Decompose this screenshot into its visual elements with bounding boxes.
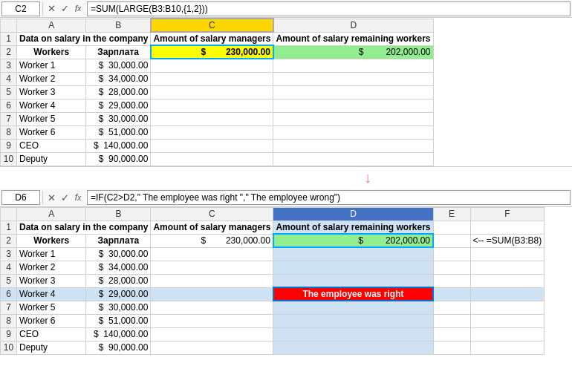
cell-b-c10[interactable] <box>151 341 273 354</box>
cell-c10[interactable] <box>151 152 273 166</box>
cell-d1[interactable]: Amount of salary remaining workers <box>273 32 433 45</box>
cell-b-c4[interactable] <box>151 261 273 274</box>
fx-icon[interactable]: fx <box>72 3 84 15</box>
cell-b-e5[interactable] <box>433 274 470 287</box>
cell-c6[interactable] <box>151 99 273 112</box>
confirm-icon-bottom[interactable]: ✓ <box>59 192 71 203</box>
cell-a6[interactable]: Worker 4 <box>17 99 86 112</box>
cell-b-e8[interactable] <box>433 314 470 327</box>
cell-b-d1[interactable]: Amount of salary remaining workers <box>273 220 433 234</box>
cell-d9[interactable] <box>273 139 433 152</box>
cell-ref-input-top[interactable] <box>1 1 40 16</box>
cell-b3[interactable]: $ 30,000.00 <box>86 59 151 72</box>
cell-b-d3[interactable] <box>273 247 433 261</box>
cell-b-d5[interactable] <box>273 274 433 287</box>
cell-b-a6[interactable]: Worker 4 <box>17 287 86 301</box>
cell-b-c2[interactable]: $ 230,000.00 <box>151 234 273 247</box>
cell-b-f3[interactable] <box>470 247 545 261</box>
cell-b-c1[interactable]: Amount of salary managers <box>151 220 273 234</box>
cell-b-a7[interactable]: Worker 5 <box>17 301 86 314</box>
cell-c2[interactable]: $ 230,000.00 <box>151 45 273 59</box>
confirm-icon[interactable]: ✓ <box>59 3 71 15</box>
cell-b8[interactable]: $ 51,000.00 <box>86 125 151 139</box>
cell-b-d9[interactable] <box>273 327 433 341</box>
cell-b-b2[interactable]: Зарплата <box>86 234 151 247</box>
cell-b-d7[interactable] <box>273 301 433 314</box>
cell-b-f1[interactable] <box>470 220 545 234</box>
formula-input-top[interactable] <box>87 1 571 16</box>
col-header-d[interactable]: D <box>273 19 433 32</box>
cell-b-e7[interactable] <box>433 301 470 314</box>
cell-b5[interactable]: $ 28,000.00 <box>86 85 151 99</box>
cell-b2[interactable]: Зарплата <box>86 45 151 59</box>
cell-a1[interactable]: Data on salary in the company <box>17 32 151 45</box>
cell-b-b4[interactable]: $ 34,000.00 <box>86 261 151 274</box>
cell-b-b8[interactable]: $ 51,000.00 <box>86 314 151 327</box>
col-header-c-b[interactable]: C <box>151 207 273 220</box>
cell-c1[interactable]: Amount of salary managers <box>151 32 273 45</box>
cell-b-f9[interactable] <box>470 327 545 341</box>
cell-b-b6[interactable]: $ 29,000.00 <box>86 287 151 301</box>
cell-b-c8[interactable] <box>151 314 273 327</box>
cell-a8[interactable]: Worker 6 <box>17 125 86 139</box>
col-header-e-b[interactable]: E <box>433 207 470 220</box>
cell-b6[interactable]: $ 29,000.00 <box>86 99 151 112</box>
col-header-b[interactable]: B <box>86 19 151 32</box>
cell-a5[interactable]: Worker 3 <box>17 85 86 99</box>
fx-icon-bottom[interactable]: fx <box>72 192 84 203</box>
cell-b-d4[interactable] <box>273 261 433 274</box>
cell-b-a8[interactable]: Worker 6 <box>17 314 86 327</box>
cell-b-a3[interactable]: Worker 1 <box>17 247 86 261</box>
cell-c5[interactable] <box>151 85 273 99</box>
cancel-icon[interactable]: ✕ <box>45 3 57 15</box>
cell-b-b9[interactable]: $ 140,000.00 <box>86 327 151 341</box>
cell-b-c6[interactable] <box>151 287 273 301</box>
cell-d3[interactable] <box>273 59 433 72</box>
cell-b-e4[interactable] <box>433 261 470 274</box>
cell-b-c7[interactable] <box>151 301 273 314</box>
cell-b-a4[interactable]: Worker 2 <box>17 261 86 274</box>
cell-b-f4[interactable] <box>470 261 545 274</box>
cell-b-e1[interactable] <box>433 220 470 234</box>
cancel-icon-bottom[interactable]: ✕ <box>45 192 57 203</box>
cell-b-e9[interactable] <box>433 327 470 341</box>
cell-b-a1[interactable]: Data on salary in the company <box>17 220 151 234</box>
cell-c4[interactable] <box>151 72 273 85</box>
cell-b-c3[interactable] <box>151 247 273 261</box>
cell-a7[interactable]: Worker 5 <box>17 112 86 125</box>
cell-b-b7[interactable]: $ 30,000.00 <box>86 301 151 314</box>
cell-b9[interactable]: $ 140,000.00 <box>86 139 151 152</box>
cell-b-e10[interactable] <box>433 341 470 354</box>
cell-a3[interactable]: Worker 1 <box>17 59 86 72</box>
cell-b-e2[interactable] <box>433 234 470 247</box>
cell-b-a9[interactable]: CEO <box>17 327 86 341</box>
col-header-c[interactable]: C <box>151 19 273 32</box>
cell-b-e6[interactable] <box>433 287 470 301</box>
cell-b-d2[interactable]: $ 202,000.00 <box>273 234 433 247</box>
cell-b4[interactable]: $ 34,000.00 <box>86 72 151 85</box>
cell-a10[interactable]: Deputy <box>17 152 86 166</box>
cell-d6[interactable] <box>273 99 433 112</box>
cell-b-d6[interactable]: The employee was right <box>273 287 433 301</box>
cell-b-a2[interactable]: Workers <box>17 234 86 247</box>
cell-b-c9[interactable] <box>151 327 273 341</box>
cell-b-f5[interactable] <box>470 274 545 287</box>
cell-d2[interactable]: $ 202,000.00 <box>273 45 433 59</box>
cell-b-f10[interactable] <box>470 341 545 354</box>
cell-b-b10[interactable]: $ 90,000.00 <box>86 341 151 354</box>
cell-a4[interactable]: Worker 2 <box>17 72 86 85</box>
col-header-b-b[interactable]: B <box>86 207 151 220</box>
cell-a9[interactable]: CEO <box>17 139 86 152</box>
cell-d7[interactable] <box>273 112 433 125</box>
cell-ref-input-bottom[interactable] <box>1 190 40 205</box>
cell-c3[interactable] <box>151 59 273 72</box>
cell-d8[interactable] <box>273 125 433 139</box>
cell-d5[interactable] <box>273 85 433 99</box>
cell-b-f8[interactable] <box>470 314 545 327</box>
cell-b10[interactable]: $ 90,000.00 <box>86 152 151 166</box>
col-header-a-b[interactable]: A <box>17 207 86 220</box>
formula-input-bottom[interactable] <box>87 190 571 205</box>
cell-b-a5[interactable]: Worker 3 <box>17 274 86 287</box>
cell-d10[interactable] <box>273 152 433 166</box>
cell-b-e3[interactable] <box>433 247 470 261</box>
